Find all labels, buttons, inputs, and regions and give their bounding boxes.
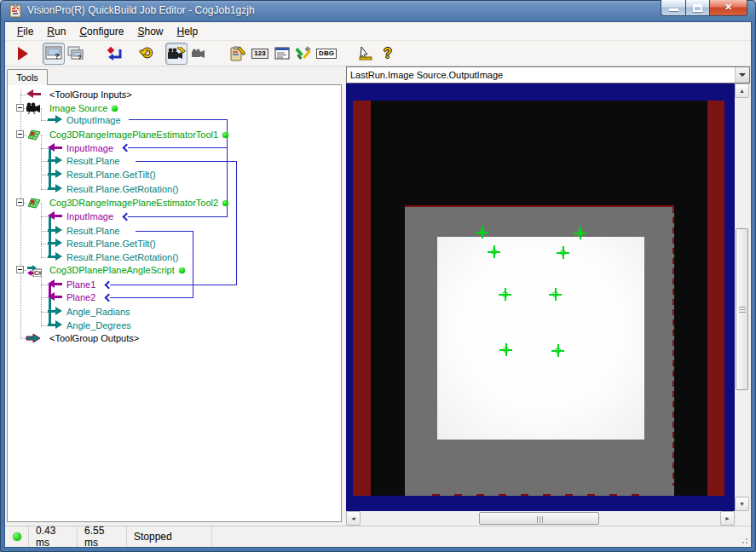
output-arrow-icon <box>48 307 62 316</box>
menu-bar: File Run Configure Show Help <box>5 22 751 41</box>
status-dot <box>222 132 228 138</box>
red-edge-top <box>405 205 674 207</box>
tool-tree-panel[interactable]: <ToolGroup Inputs> Image Source OutputIm… <box>7 84 342 522</box>
tree-terminal-getrotation-tool2[interactable]: Result.Plane.GetRotation() <box>8 250 341 264</box>
script-tool-icon: C# <box>26 264 42 277</box>
tree-terminal-angle-degrees[interactable]: Angle_Degrees <box>8 319 341 332</box>
tree-terminal-plane2[interactable]: Plane2 <box>8 290 341 304</box>
point-marker <box>499 343 512 356</box>
horizontal-scrollbar[interactable]: ◄ ► <box>346 511 735 526</box>
io-list-button[interactable] <box>271 43 293 65</box>
scroll-left-button[interactable]: ◄ <box>346 511 361 526</box>
image-playback-button[interactable] <box>165 43 188 65</box>
app-icon <box>9 4 22 18</box>
tab-tools-label: Tools <box>16 72 38 83</box>
collapse-toggle[interactable] <box>16 104 24 112</box>
debug-window-button[interactable]: DBG <box>315 43 338 65</box>
scroll-up-button[interactable]: ▲ <box>735 83 749 98</box>
tree-terminal-result-plane-tool1[interactable]: Result.Plane <box>8 154 341 168</box>
tree-node-plane-estimator-tool2[interactable]: Cog3DRangeImagePlaneEstimatorTool2 <box>8 196 341 210</box>
tree-terminal-gettilt-tool1[interactable]: Result.Plane.GetTilt() <box>8 168 341 181</box>
point-marker <box>574 227 586 239</box>
live-display-button[interactable] <box>188 43 210 65</box>
minimize-button[interactable] <box>661 0 686 16</box>
tree-node-toolgroup-outputs[interactable]: <ToolGroup Outputs> <box>8 331 341 345</box>
menu-file[interactable]: File <box>10 24 40 39</box>
tool-settings-button[interactable] <box>293 43 315 65</box>
range-image <box>353 101 724 496</box>
status-filler <box>212 526 751 547</box>
status-dot <box>222 200 228 206</box>
run-continuous-button[interactable]: ⟲ <box>135 43 157 65</box>
menu-run[interactable]: Run <box>40 24 72 39</box>
tree-node-plane-estimator-tool1[interactable]: Cog3DRangeImagePlaneEstimatorTool1 <box>8 128 341 141</box>
tree-terminal-plane1[interactable]: Plane1 <box>8 278 341 291</box>
point-marker <box>557 246 569 259</box>
help-button[interactable]: ? <box>377 43 399 65</box>
pointer-ruler-icon <box>357 46 374 60</box>
posted-items-button[interactable]: 123 <box>249 43 271 65</box>
maximize-button[interactable] <box>686 0 710 16</box>
show-image-window-button[interactable]: ? <box>43 43 65 65</box>
debug-icon: DBG <box>316 49 337 59</box>
input-arrow-icon <box>48 292 62 302</box>
horizontal-scroll-thumb[interactable] <box>479 512 599 525</box>
tree-terminal-inputimage-tool1[interactable]: InputImage <box>8 141 341 155</box>
app-body: File Run Configure Show Help ? <box>5 22 751 547</box>
tab-tools[interactable]: Tools <box>7 69 48 85</box>
collapse-toggle[interactable] <box>16 266 24 273</box>
collapse-toggle[interactable] <box>16 198 24 206</box>
window-title: VisionPro(R) QuickBuild Job Editor - Cog… <box>27 4 255 16</box>
tree-terminal-getrotation-tool1[interactable]: Result.Plane.GetRotation() <box>8 182 341 196</box>
tree-terminal-gettilt-tool2[interactable]: Result.Plane.GetTilt() <box>8 237 341 250</box>
image-window-icon: ? <box>45 46 62 60</box>
scroll-right-button[interactable]: ► <box>720 511 735 526</box>
close-button[interactable]: ✕ <box>710 0 747 16</box>
loop-arrow-icon: ⟲ <box>140 44 152 62</box>
profile-button[interactable] <box>355 43 377 65</box>
scroll-down-button[interactable]: ▼ <box>735 497 749 511</box>
tree-node-plane-angle-script[interactable]: C# Cog3DPlanePlaneAngleScript <box>8 263 341 277</box>
toolgroup-inputs-icon <box>26 89 41 99</box>
resize-grip[interactable] <box>739 535 747 543</box>
show-all-image-windows-button[interactable]: ? <box>65 43 87 65</box>
status-dot <box>179 267 185 273</box>
run-job-button[interactable] <box>12 43 34 65</box>
toolgroup-outputs-icon <box>26 333 41 343</box>
combobox-dropdown-button[interactable] <box>735 67 749 83</box>
menu-configure[interactable]: Configure <box>72 24 130 39</box>
title-bar[interactable]: VisionPro(R) QuickBuild Job Editor - Cog… <box>0 0 756 22</box>
maximize-icon <box>693 4 702 12</box>
point-marker <box>499 288 511 301</box>
image-display-viewport[interactable] <box>346 83 735 511</box>
menu-help[interactable]: Help <box>170 24 205 39</box>
job-properties-button[interactable] <box>227 43 249 65</box>
tree-terminal-angle-radians[interactable]: Angle_Radians <box>8 305 341 319</box>
vertical-scrollbar[interactable]: ▲ ▼ <box>735 83 749 511</box>
point-marker <box>476 226 488 239</box>
red-edge-right <box>672 207 674 486</box>
camera-icon <box>26 102 43 114</box>
vertical-scroll-thumb[interactable] <box>736 228 748 390</box>
output-arrow-icon <box>48 320 62 330</box>
plane-tool-icon <box>26 197 42 209</box>
status-dot <box>112 106 118 112</box>
tree-terminal-result-plane-tool2[interactable]: Result.Plane <box>8 224 341 238</box>
status-time-1: 0.43 ms <box>29 526 78 547</box>
reset-job-button[interactable] <box>104 43 126 65</box>
camera-pencil-icon <box>167 47 186 60</box>
tree-node-toolgroup-inputs[interactable]: <ToolGroup Inputs> <box>8 88 341 101</box>
app-window: VisionPro(R) QuickBuild Job Editor - Cog… <box>0 0 756 552</box>
output-arrow-icon <box>48 239 62 248</box>
output-arrow-icon <box>48 170 62 179</box>
top-plane-plateau <box>437 237 644 440</box>
gradient-ramp <box>437 237 644 440</box>
collapse-toggle[interactable] <box>16 130 24 138</box>
tree-terminal-inputimage-tool2[interactable]: InputImage <box>8 210 341 223</box>
record-selector-combobox[interactable]: LastRun.Image Source.OutputImage <box>346 66 750 83</box>
output-arrow-icon <box>48 252 62 262</box>
menu-show[interactable]: Show <box>130 24 170 39</box>
hammer-screwdriver-icon <box>296 46 313 60</box>
svg-text:?: ? <box>78 54 82 60</box>
tree-terminal-outputimage[interactable]: OutputImage <box>8 113 341 127</box>
